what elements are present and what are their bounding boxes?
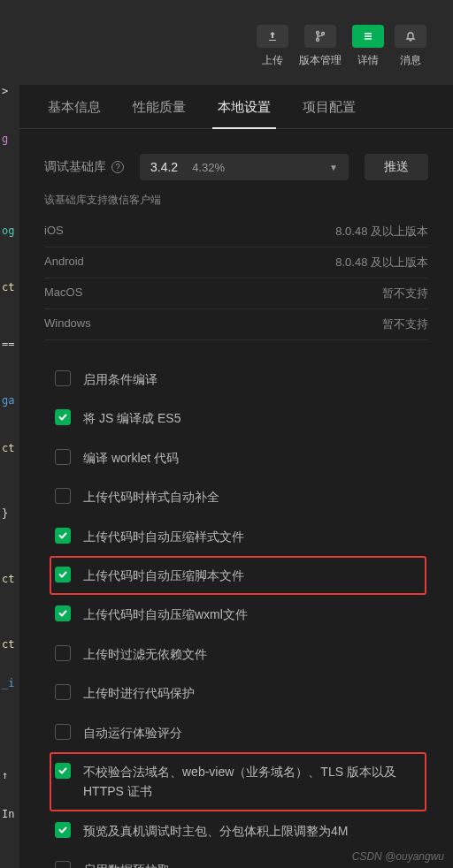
svg-point-2	[322, 33, 325, 35]
tab-2[interactable]: 本地设置	[202, 85, 287, 128]
table-row: MacOS暂不支持	[44, 278, 428, 309]
menu-icon	[352, 25, 384, 48]
editor-gutter: >gogct==gact}ctct_i↑In	[0, 85, 19, 868]
checkbox[interactable]	[55, 528, 71, 544]
option-label: 上传代码时自动压缩wxml文件	[83, 605, 248, 624]
tab-0[interactable]: 基本信息	[32, 85, 117, 128]
option-label: 编译 worklet 代码	[83, 448, 179, 468]
tab-1[interactable]: 性能质量	[117, 85, 202, 128]
version-number: 3.4.2	[150, 160, 178, 174]
checkbox[interactable]	[55, 684, 71, 700]
checkbox[interactable]	[55, 822, 71, 838]
option-item[interactable]: 上传代码时样式自动补全	[50, 477, 426, 516]
option-label: 启用条件编译	[83, 369, 157, 389]
toolbar: 上传 版本管理 详情 消息	[0, 16, 453, 80]
checkbox[interactable]	[55, 763, 71, 779]
option-label: 预览及真机调试时主包、分包体积上限调整为4M	[83, 821, 348, 841]
option-item[interactable]: 上传时过滤无依赖文件	[50, 635, 426, 674]
support-table: iOS8.0.48 及以上版本Android8.0.48 及以上版本MacOS暂…	[44, 217, 428, 340]
base-lib-label: 调试基础库 ?	[44, 159, 124, 175]
version-select[interactable]: 3.4.2 4.32% ▼	[140, 154, 349, 180]
option-label: 上传时进行代码保护	[83, 683, 195, 703]
version-percent: 4.32%	[192, 161, 225, 174]
version-label: 版本管理	[299, 53, 342, 68]
push-button[interactable]: 推送	[365, 154, 428, 180]
option-item[interactable]: 上传时进行代码保护	[50, 674, 426, 712]
watermark: CSDN @ouyangwu	[352, 850, 444, 863]
checkbox[interactable]	[55, 488, 71, 504]
checkbox[interactable]	[55, 449, 71, 465]
checkbox[interactable]	[55, 409, 71, 425]
lib-note: 该基础库支持微信客户端	[44, 193, 428, 208]
table-row: Windows暂不支持	[44, 309, 428, 340]
option-label: 上传代码时自动压缩脚本文件	[83, 566, 244, 585]
option-item[interactable]: 启用条件编译	[50, 360, 426, 399]
option-item[interactable]: 上传代码时自动压缩样式文件	[50, 517, 426, 556]
option-label: 上传代码时样式自动补全	[83, 487, 219, 506]
notifications-button[interactable]: 消息	[395, 25, 426, 68]
details-button[interactable]: 详情	[352, 25, 384, 68]
svg-point-0	[317, 32, 319, 34]
option-item[interactable]: 将 JS 编译成 ES5	[50, 399, 426, 438]
bell-icon	[395, 25, 426, 48]
option-item[interactable]: 上传代码时自动压缩wxml文件	[50, 595, 426, 634]
tab-3[interactable]: 项目配置	[287, 85, 372, 128]
window-top-bar	[0, 0, 453, 16]
option-label: 不校验合法域名、web-view（业务域名）、TLS 版本以及 HTTPS 证书	[83, 762, 421, 802]
upload-button[interactable]: 上传	[257, 25, 288, 68]
version-button[interactable]: 版本管理	[299, 25, 342, 68]
upload-label: 上传	[262, 53, 283, 68]
option-item[interactable]: 预览及真机调试时主包、分包体积上限调整为4M	[50, 811, 426, 850]
checkbox[interactable]	[55, 724, 71, 740]
checkbox[interactable]	[55, 567, 71, 582]
checkbox[interactable]	[55, 861, 71, 868]
svg-point-1	[317, 39, 319, 42]
option-label: 自动运行体验评分	[83, 723, 182, 742]
table-row: Android8.0.48 及以上版本	[44, 247, 428, 278]
chevron-down-icon: ▼	[329, 163, 338, 172]
option-item[interactable]: 不校验合法域名、web-view（业务域名）、TLS 版本以及 HTTPS 证书	[50, 752, 426, 811]
base-lib-section: 调试基础库 ? 3.4.2 4.32% ▼ 推送 该基础库支持微信客户端 iOS…	[19, 129, 453, 340]
settings-panel: 基本信息性能质量本地设置项目配置 调试基础库 ? 3.4.2 4.32% ▼ 推…	[19, 85, 453, 868]
checkbox[interactable]	[55, 370, 71, 386]
checkbox[interactable]	[55, 645, 71, 661]
option-label: 上传时过滤无依赖文件	[83, 644, 207, 664]
options-list: 启用条件编译将 JS 编译成 ES5编译 worklet 代码上传代码时样式自动…	[19, 340, 453, 868]
option-item[interactable]: 编译 worklet 代码	[50, 438, 426, 477]
notif-label: 消息	[400, 53, 421, 68]
option-label: 将 JS 编译成 ES5	[83, 408, 180, 428]
option-item[interactable]: 上传代码时自动压缩脚本文件	[50, 556, 426, 595]
checkbox[interactable]	[55, 605, 71, 621]
option-label: 上传代码时自动压缩样式文件	[83, 527, 244, 546]
upload-icon	[257, 25, 288, 48]
details-label: 详情	[357, 53, 379, 68]
option-label: 启用数据预拉取	[83, 860, 170, 868]
table-row: iOS8.0.48 及以上版本	[44, 217, 428, 247]
branch-icon	[304, 25, 336, 48]
help-icon[interactable]: ?	[111, 161, 124, 173]
option-item[interactable]: 自动运行体验评分	[50, 713, 426, 752]
tabs: 基本信息性能质量本地设置项目配置	[19, 85, 453, 129]
